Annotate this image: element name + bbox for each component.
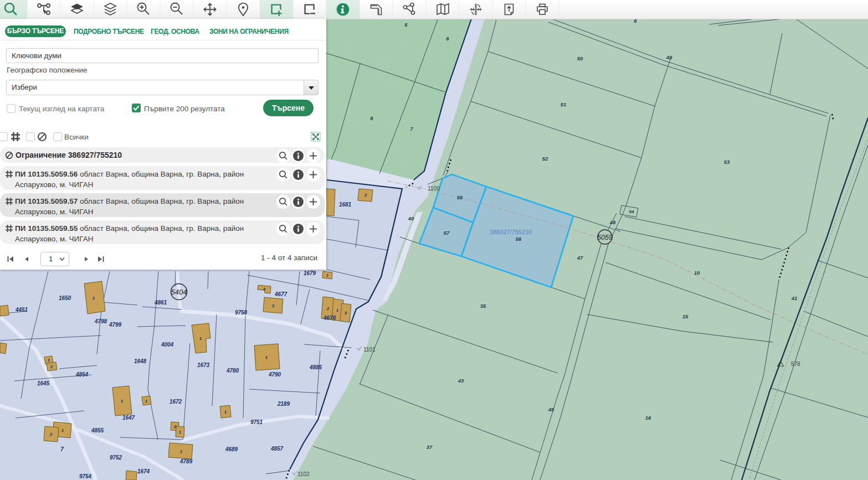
svg-text:1: 1 [145,399,148,404]
svg-text:16: 16 [645,415,651,421]
svg-text:4: 4 [263,287,266,292]
svg-text:35: 35 [480,303,486,309]
svg-text:1: 1 [199,336,202,341]
svg-text:1: 1 [61,428,64,433]
svg-text:6: 6 [446,35,449,42]
svg-text:1: 1 [93,296,95,301]
svg-text:54: 54 [629,209,634,214]
svg-text:8: 8 [370,115,373,121]
svg-text:4798: 4798 [94,318,107,324]
svg-text:4677: 4677 [274,291,287,297]
svg-text:41: 41 [791,295,798,301]
svg-text:5059: 5059 [597,234,613,241]
svg-text:37: 37 [427,444,433,450]
svg-text:5: 5 [404,22,408,28]
svg-text:4857: 4857 [270,446,284,452]
svg-text:3: 3 [272,303,275,308]
svg-text:4790: 4790 [268,371,281,378]
svg-text:1100: 1100 [428,185,440,192]
svg-text:2: 2 [50,364,53,369]
svg-text:47: 47 [577,255,583,261]
svg-text:10: 10 [694,270,700,276]
svg-text:49: 49 [666,54,672,60]
svg-text:9752: 9752 [110,455,122,461]
svg-text:57: 57 [444,230,450,236]
svg-text:2: 2 [364,193,367,198]
svg-text:1645: 1645 [37,380,50,386]
svg-text:43: 43 [458,378,464,384]
svg-text:578: 578 [791,361,800,367]
svg-text:9750: 9750 [235,309,248,316]
svg-text:55: 55 [457,194,463,200]
svg-text:1: 1 [121,399,124,404]
svg-text:1: 1 [180,449,183,454]
svg-text:56: 56 [516,236,522,242]
svg-text:4799: 4799 [109,322,122,328]
svg-text:4854: 4854 [75,371,89,378]
svg-text:9751: 9751 [250,419,263,425]
svg-text:4004: 4004 [161,342,174,348]
svg-text:1650: 1650 [59,295,71,301]
svg-text:15: 15 [682,313,689,319]
svg-text:1681: 1681 [339,202,352,208]
svg-text:4689: 4689 [225,446,238,452]
svg-text:4855: 4855 [91,427,104,433]
svg-text:2: 2 [326,306,330,311]
svg-text:1679: 1679 [304,270,316,276]
svg-text:50: 50 [577,55,583,61]
svg-text:2189: 2189 [277,401,290,407]
svg-text:4451: 4451 [15,307,28,313]
svg-text:386927/755210: 386927/755210 [490,229,532,235]
svg-text:52: 52 [542,156,548,162]
svg-text:1: 1 [179,430,182,435]
svg-text:9754: 9754 [79,473,92,479]
svg-text:1648: 1648 [134,358,147,364]
svg-text:1: 1 [336,308,339,313]
svg-text:1101: 1101 [363,347,376,353]
svg-text:4861: 4861 [154,300,167,306]
svg-text:40: 40 [408,215,414,221]
svg-text:3: 3 [345,311,347,316]
svg-text:4789: 4789 [179,458,193,464]
svg-text:2: 2 [173,424,177,429]
svg-text:4678: 4678 [323,315,336,321]
svg-text:1102: 1102 [297,471,310,477]
svg-text:7: 7 [60,446,64,452]
svg-text:48: 48 [609,219,616,225]
svg-text:1: 1 [224,410,227,415]
svg-text:4780: 4780 [226,368,239,374]
svg-text:5404: 5404 [171,288,187,296]
svg-text:1: 1 [265,355,268,360]
svg-text:7: 7 [410,126,413,132]
svg-text:45: 45 [548,406,554,412]
svg-text:2: 2 [49,432,53,437]
svg-text:53: 53 [724,159,730,165]
svg-text:1647: 1647 [122,415,135,421]
svg-text:4885: 4885 [309,364,322,370]
svg-text:1673: 1673 [197,362,210,368]
svg-text:1: 1 [326,273,329,278]
svg-text:1: 1 [48,358,50,363]
svg-text:1672: 1672 [170,399,182,405]
svg-text:1674: 1674 [137,468,150,474]
svg-text:51: 51 [561,101,567,107]
